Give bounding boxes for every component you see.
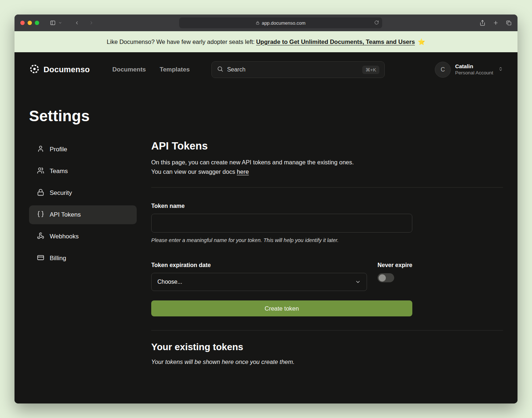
- sidebar-item-label: API Tokens: [50, 211, 81, 218]
- sidebar-item-billing[interactable]: Billing: [29, 249, 137, 268]
- description-line2: You can view our swagger docs: [151, 168, 237, 175]
- webhook-icon: [37, 232, 44, 241]
- user-meta: Catalin Personal Account: [455, 63, 493, 76]
- star-icon: ⭐: [418, 38, 425, 45]
- search-icon: [217, 66, 223, 74]
- promo-text: Like Documenso? We have few early adopte…: [107, 38, 255, 45]
- search-shortcut-badge: ⌘+K: [362, 66, 379, 74]
- chrome-right-controls: [457, 20, 512, 26]
- users-icon: [37, 167, 44, 176]
- sidebar-item-label: Billing: [50, 255, 66, 262]
- top-nav: Documents Templates: [112, 66, 190, 73]
- token-name-hint: Please enter a meaningful name for your …: [151, 237, 412, 243]
- sidebar-item-profile[interactable]: Profile: [29, 140, 137, 159]
- address-bar[interactable]: app.documenso.com: [179, 17, 382, 28]
- forward-button[interactable]: [89, 20, 94, 26]
- sidebar-item-webhooks[interactable]: Webhooks: [29, 227, 137, 246]
- history-nav: [74, 20, 94, 26]
- create-token-button[interactable]: Create token: [151, 300, 412, 316]
- api-tokens-panel: API Tokens On this page, you can create …: [151, 140, 503, 365]
- zoom-window-button[interactable]: [35, 21, 39, 25]
- account-switcher-chevrons-icon: [498, 66, 503, 74]
- sidebar-toggle-icon[interactable]: [49, 20, 56, 26]
- chevron-down-icon: [355, 279, 361, 285]
- new-tab-icon[interactable]: [493, 20, 499, 26]
- section-description: On this page, you can create new API tok…: [151, 158, 503, 176]
- user-name: Catalin: [455, 63, 493, 70]
- tls-lock-icon: [256, 21, 260, 25]
- settings-layout: Profile Teams Security: [29, 140, 503, 365]
- braces-icon: [37, 210, 44, 220]
- swagger-docs-link[interactable]: here: [237, 168, 249, 175]
- expiration-label: Token expiration date: [151, 262, 367, 269]
- sidebar-item-teams[interactable]: Teams: [29, 162, 137, 181]
- sidebar-item-label: Teams: [50, 168, 68, 175]
- tab-overview-icon[interactable]: [506, 20, 512, 26]
- avatar: C: [435, 62, 451, 78]
- settings-sidebar: Profile Teams Security: [29, 140, 137, 365]
- user-account-type: Personal Account: [455, 70, 493, 76]
- brand-name: Documenso: [44, 65, 90, 74]
- refresh-icon[interactable]: [374, 20, 379, 25]
- traffic-lights: [20, 21, 39, 25]
- never-expire-label: Never expire: [378, 262, 412, 269]
- documenso-logo-icon: [29, 63, 40, 76]
- sidebar-item-label: Webhooks: [50, 233, 79, 240]
- sidebar-item-label: Security: [50, 189, 72, 197]
- section-title: API Tokens: [151, 140, 503, 152]
- address-bar-area: app.documenso.com: [104, 17, 457, 28]
- divider: [151, 187, 503, 188]
- back-button[interactable]: [74, 20, 79, 26]
- browser-window: app.documenso.com Like Documenso? We hav…: [15, 15, 517, 403]
- expiration-left: Token expiration date Choose...: [151, 247, 367, 291]
- expiration-select-value: Choose...: [157, 279, 182, 285]
- nav-templates[interactable]: Templates: [160, 66, 190, 73]
- sidebar-item-label: Profile: [50, 146, 67, 153]
- existing-tokens-title: Your existing tokens: [151, 341, 503, 353]
- share-icon[interactable]: [479, 20, 486, 26]
- chrome-left-controls: [20, 20, 104, 26]
- never-expire-toggle[interactable]: [378, 273, 394, 282]
- url-text: app.documenso.com: [262, 20, 306, 26]
- description-line1: On this page, you can create new API tok…: [151, 159, 354, 165]
- app-header: Documenso Documents Templates Search ⌘+K…: [29, 52, 503, 87]
- minimize-window-button[interactable]: [28, 21, 32, 25]
- account-menu[interactable]: C Catalin Personal Account: [435, 62, 503, 78]
- browser-chrome: app.documenso.com: [15, 15, 517, 31]
- search-input[interactable]: Search ⌘+K: [211, 61, 385, 78]
- nav-documents[interactable]: Documents: [112, 66, 146, 73]
- token-name-input[interactable]: [151, 214, 412, 233]
- brand[interactable]: Documenso: [29, 63, 90, 76]
- close-window-button[interactable]: [20, 21, 25, 25]
- expiration-select[interactable]: Choose...: [151, 273, 367, 291]
- user-icon: [37, 145, 44, 154]
- promo-banner: Like Documenso? We have few early adopte…: [15, 31, 517, 52]
- expiration-row: Token expiration date Choose... Never ex…: [151, 247, 412, 291]
- sidebar-item-security[interactable]: Security: [29, 184, 137, 202]
- lock-icon: [37, 189, 44, 198]
- token-name-label: Token name: [151, 203, 412, 209]
- existing-tokens-empty-state: Your tokens will be shown here once you …: [151, 358, 503, 365]
- never-expire-group: Never expire: [378, 247, 412, 291]
- page-title: Settings: [29, 107, 503, 125]
- sidebar-item-api-tokens[interactable]: API Tokens: [29, 205, 137, 224]
- toggle-knob: [379, 274, 386, 282]
- app-content: Documenso Documents Templates Search ⌘+K…: [15, 52, 517, 403]
- sidebar-chevron-down-icon[interactable]: [58, 21, 62, 25]
- search-placeholder: Search: [227, 66, 246, 73]
- credit-card-icon: [37, 254, 44, 263]
- create-token-form: Token name Please enter a meaningful nam…: [151, 203, 412, 316]
- upgrade-link[interactable]: Upgrade to Get Unlimited Documents, Team…: [256, 38, 415, 45]
- divider: [151, 330, 503, 331]
